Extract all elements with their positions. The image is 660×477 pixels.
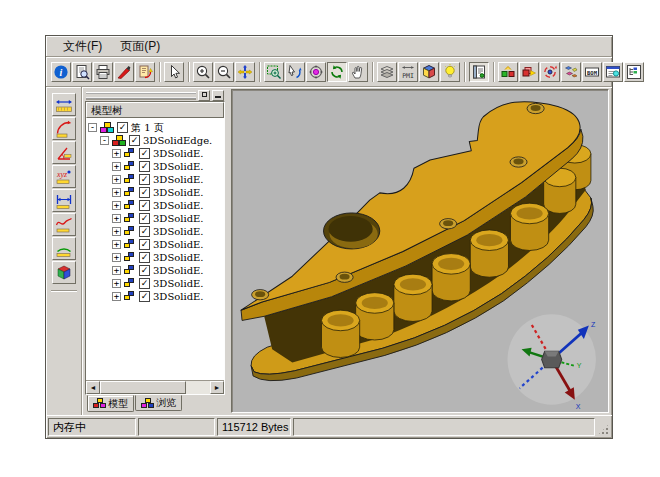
expand-toggle[interactable] (112, 201, 121, 210)
measure-arc-button[interactable] (52, 237, 76, 260)
tree-label[interactable]: 3DSolidE. (153, 148, 204, 159)
tree-label[interactable]: 3DSolidE. (153, 226, 204, 237)
zoom-in-button[interactable] (193, 62, 213, 82)
hand-pan-button[interactable] (348, 62, 368, 82)
measure-distance-button[interactable] (52, 189, 76, 212)
bom-table-button[interactable]: BOM (582, 62, 602, 82)
minimize-icon (215, 95, 221, 98)
rotate-view-button[interactable] (327, 62, 347, 82)
tree-label[interactable]: 3DSolidE. (153, 291, 204, 302)
menu-file[interactable]: 文件(F) (56, 36, 109, 57)
measure-radius-button[interactable] (52, 117, 76, 140)
resize-grip[interactable] (597, 423, 610, 436)
zoom-out-button[interactable] (214, 62, 234, 82)
light-button[interactable] (440, 62, 460, 82)
solid-icon (124, 226, 136, 237)
tree-label[interactable]: 3DSolidE. (153, 174, 204, 185)
zoom-window-button[interactable] (264, 62, 284, 82)
measure-curve-length-button[interactable] (52, 213, 76, 236)
orientation-trackball[interactable]: Z X Y (507, 314, 595, 411)
tree-label[interactable]: 3DSolidE. (153, 187, 204, 198)
print-button[interactable] (93, 62, 113, 82)
layers-button[interactable] (377, 62, 397, 82)
tab-browse[interactable]: 浏览 (135, 395, 182, 411)
solid-checkbox[interactable] (139, 291, 150, 302)
measure-angle-button[interactable] (52, 141, 76, 164)
tree-label[interactable]: 第 1 页 (131, 121, 164, 135)
scroll-left-arrow[interactable] (86, 381, 100, 394)
measure-solid-button[interactable] (52, 261, 76, 284)
zoom-window-icon (266, 64, 282, 80)
notebook-view-button[interactable] (469, 62, 489, 82)
tree-label[interactable]: 3DSolidE. (153, 213, 204, 224)
tree-label[interactable]: 3DSolidE. (153, 278, 204, 289)
export-page-button[interactable] (135, 62, 155, 82)
solid-checkbox[interactable] (139, 200, 150, 211)
info-button[interactable]: i (51, 62, 71, 82)
move-part-button[interactable] (519, 62, 539, 82)
explode-view-button[interactable] (561, 62, 581, 82)
page-checkbox[interactable] (117, 122, 128, 133)
panel-hide-button[interactable] (212, 90, 224, 101)
tree-label[interactable]: 3DSolidE. (153, 161, 204, 172)
assembly-checkbox[interactable] (129, 135, 140, 146)
menu-page[interactable]: 页面(P) (113, 36, 167, 57)
expand-toggle[interactable] (112, 175, 121, 184)
tab-model[interactable]: 模型 (87, 395, 134, 412)
solid-checkbox[interactable] (139, 161, 150, 172)
tree-label[interactable]: 3DSolidE. (153, 200, 204, 211)
scroll-thumb[interactable] (100, 381, 186, 394)
markup-pen-button[interactable] (114, 62, 134, 82)
tree-label[interactable]: 3DSolidEdge. (143, 135, 212, 146)
collapse-toggle[interactable] (88, 123, 97, 132)
expand-toggle[interactable] (112, 214, 121, 223)
expand-toggle[interactable] (112, 188, 121, 197)
expand-toggle[interactable] (112, 292, 121, 301)
scroll-track[interactable] (186, 381, 210, 394)
menu-bar: 文件(F) 页面(P) (46, 36, 612, 58)
rotate-part-button[interactable] (540, 62, 560, 82)
tree-row-solid: 3DSolidE. (86, 160, 224, 173)
toolbar-separator (159, 62, 161, 82)
pan-arrows-button[interactable] (235, 62, 255, 82)
solid-checkbox[interactable] (139, 278, 150, 289)
pmi-button[interactable]: PMI (398, 62, 418, 82)
tree-label[interactable]: 3DSolidE. (153, 252, 204, 263)
expand-toggle[interactable] (112, 253, 121, 262)
zoom-pointer-button[interactable] (285, 62, 305, 82)
print-preview-button[interactable] (72, 62, 92, 82)
panel-float-button[interactable] (198, 90, 210, 101)
solid-checkbox[interactable] (139, 148, 150, 159)
page-icon (100, 122, 114, 134)
viewport-3d[interactable]: Z X Y (231, 89, 609, 413)
measure-coordinate-button[interactable]: xyz (52, 165, 76, 188)
solid-checkbox[interactable] (139, 226, 150, 237)
view-cube-button[interactable] (419, 62, 439, 82)
solid-checkbox[interactable] (139, 265, 150, 276)
model-tree-view-button[interactable] (624, 62, 644, 82)
solid-checkbox[interactable] (139, 187, 150, 198)
expand-toggle[interactable] (112, 162, 121, 171)
scroll-right-arrow[interactable] (210, 381, 224, 394)
expand-toggle[interactable] (112, 279, 121, 288)
tree-label[interactable]: 3DSolidE. (153, 265, 204, 276)
expand-toggle[interactable] (112, 227, 121, 236)
panel-drag-grip[interactable] (86, 92, 196, 99)
expand-toggle[interactable] (112, 266, 121, 275)
assembly-select-button[interactable] (498, 62, 518, 82)
collapse-toggle[interactable] (100, 136, 109, 145)
orbit-point-button[interactable] (306, 62, 326, 82)
assembly-icon (112, 135, 126, 147)
solid-checkbox[interactable] (139, 239, 150, 250)
solid-checkbox[interactable] (139, 174, 150, 185)
report-view-button[interactable] (603, 62, 623, 82)
expand-toggle[interactable] (112, 240, 121, 249)
expand-toggle[interactable] (112, 149, 121, 158)
select-cursor-button[interactable] (164, 62, 184, 82)
model-tree-panel: 模型树 第 1 页 3DSolidEdge. (85, 101, 225, 395)
measure-distance-horizontal-button[interactable] (52, 93, 76, 116)
solid-checkbox[interactable] (139, 252, 150, 263)
solid-checkbox[interactable] (139, 213, 150, 224)
tree-label[interactable]: 3DSolidE. (153, 239, 204, 250)
light-icon (442, 64, 458, 80)
